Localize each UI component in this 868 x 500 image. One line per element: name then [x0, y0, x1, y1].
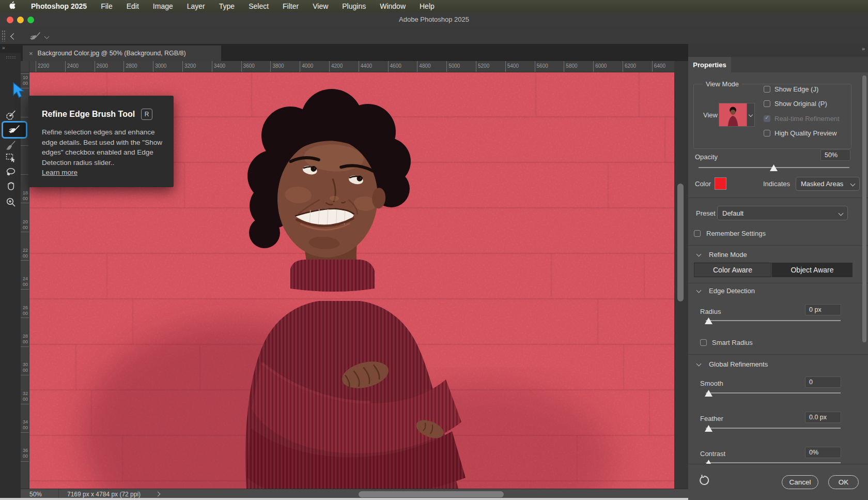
smooth-label: Smooth — [700, 380, 723, 387]
smooth-slider[interactable] — [706, 389, 841, 397]
photoshop-window: Photoshop 2025 File Edit Image Layer Typ… — [0, 0, 868, 500]
title-bar: Adobe Photoshop 2025 — [0, 12, 868, 28]
tool-hand[interactable] — [4, 180, 18, 192]
global-refinements-collapse-icon[interactable] — [696, 361, 702, 367]
menu-image[interactable]: Image — [153, 2, 173, 10]
opacity-slider[interactable] — [699, 164, 849, 171]
ok-button[interactable]: OK — [828, 475, 859, 489]
tool-zoom[interactable] — [4, 196, 18, 208]
divider — [688, 245, 868, 246]
ruler-corner — [21, 61, 29, 72]
back-chevron-icon — [10, 33, 17, 40]
divider — [688, 283, 868, 283]
canvas-horizontal-scrollbar[interactable] — [359, 491, 504, 497]
apple-menu-icon[interactable] — [8, 1, 16, 11]
show-edge-label: Show Edge (J) — [774, 85, 818, 93]
collapse-panel-button[interactable]: » — [0, 44, 21, 53]
indicates-label: Indicates — [763, 180, 790, 188]
zoom-level[interactable]: 50% — [29, 491, 42, 498]
feather-slider[interactable] — [706, 425, 841, 432]
menu-plugins[interactable]: Plugins — [342, 2, 366, 10]
menu-bar: Photoshop 2025 File Edit Image Layer Typ… — [0, 0, 868, 12]
realtime-refinement-label: Real-time Refinement — [774, 115, 840, 123]
panel-header: » — [688, 44, 868, 57]
panel-scrollbar[interactable] — [862, 75, 866, 342]
remember-settings-label: Remember Settings — [706, 230, 766, 237]
radius-label: Radius — [700, 308, 721, 315]
radius-slider[interactable] — [706, 317, 841, 324]
cancel-button[interactable]: Cancel — [782, 475, 818, 489]
options-bar-grip — [2, 30, 6, 41]
options-bar: 365 0° Sample All Layers Select Subject … — [0, 27, 868, 44]
edge-detection-collapse-icon[interactable] — [696, 288, 702, 293]
color-label: Color — [695, 180, 711, 188]
close-tab-icon[interactable]: × — [29, 50, 33, 57]
panel-footer: Cancel OK — [688, 464, 868, 500]
divider — [688, 198, 868, 198]
chevron-down-icon — [850, 181, 856, 187]
refine-edge-tooltip: Refine Edge Brush Tool R Refine selectio… — [28, 96, 174, 187]
tab-properties[interactable]: Properties — [688, 57, 731, 72]
view-thumbnail-picker[interactable] — [719, 103, 755, 127]
remember-settings-checkbox[interactable] — [694, 230, 701, 237]
high-quality-preview-checkbox[interactable] — [764, 130, 770, 137]
smart-radius-label: Smart Radius — [712, 339, 753, 346]
menu-edit[interactable]: Edit — [127, 2, 139, 10]
show-original-label: Show Original (P) — [774, 100, 827, 108]
status-chevron-icon[interactable] — [156, 492, 161, 497]
preset-dropdown[interactable]: Default — [717, 206, 848, 220]
horizontal-ruler: 22002400 26002800 30003200 34003600 3800… — [29, 61, 674, 72]
properties-panel: » Properties View Mode View Show Edge (J… — [688, 44, 868, 500]
panel-collapse-icon[interactable]: » — [862, 46, 865, 52]
menu-layer[interactable]: Layer — [187, 2, 205, 10]
tool-lasso[interactable] — [4, 166, 18, 178]
view-thumbnail-image — [719, 103, 747, 126]
learn-more-link[interactable]: Learn more — [42, 169, 78, 176]
back-button[interactable] — [9, 32, 18, 40]
canvas-vertical-scrollbar[interactable] — [677, 184, 684, 301]
tooltip-title: Refine Edge Brush Tool — [42, 110, 135, 119]
refine-mode-collapse-icon[interactable] — [696, 252, 702, 257]
view-label: View — [703, 111, 718, 119]
indicates-dropdown[interactable]: Masked Areas — [796, 177, 860, 191]
contrast-label: Contrast — [700, 450, 725, 458]
tool-quick-selection[interactable] — [4, 109, 18, 122]
tool-rail: » — [0, 44, 21, 500]
tool-rail-grip — [6, 56, 16, 59]
document-tab[interactable]: × Background Color.jpg @ 50% (Background… — [23, 46, 221, 61]
smart-radius-checkbox[interactable] — [700, 339, 707, 346]
tool-brush[interactable] — [4, 139, 18, 151]
tooltip-body: Refine selection edges and enhance edge … — [42, 128, 162, 166]
menu-type[interactable]: Type — [219, 2, 235, 10]
realtime-refinement-checkbox[interactable] — [764, 115, 770, 122]
color-aware-button[interactable]: Color Aware — [694, 263, 771, 277]
tool-refine-edge-brush[interactable] — [2, 121, 27, 139]
show-original-checkbox[interactable] — [764, 100, 770, 107]
radius-value[interactable]: 0 px — [805, 304, 841, 315]
object-aware-button[interactable]: Object Aware — [772, 263, 853, 277]
reset-button[interactable] — [699, 475, 711, 487]
shortcut-key-badge: R — [141, 109, 152, 120]
opacity-value[interactable]: 50% — [820, 149, 850, 161]
menu-window[interactable]: Window — [380, 2, 406, 10]
contrast-value[interactable]: 0% — [805, 447, 841, 458]
opacity-label: Opacity — [695, 153, 718, 161]
tool-preset-chevron-icon — [44, 34, 49, 39]
menu-file[interactable]: File — [101, 2, 113, 10]
feather-value[interactable]: 0.0 px — [805, 412, 841, 423]
smooth-value[interactable]: 0 — [805, 376, 841, 388]
overlay-color-swatch[interactable] — [715, 177, 726, 190]
window-title: Adobe Photoshop 2025 — [0, 16, 868, 23]
document-tab-title: Background Color.jpg @ 50% (Background, … — [38, 50, 186, 57]
menu-view[interactable]: View — [313, 2, 328, 10]
view-mode-label: View Mode — [703, 80, 742, 88]
refine-edge-brush-preset-icon[interactable] — [28, 31, 49, 42]
menu-help[interactable]: Help — [420, 2, 435, 10]
global-refinements-label: Global Refinements — [709, 360, 768, 368]
tool-object-selection[interactable] — [4, 151, 18, 164]
menu-filter[interactable]: Filter — [283, 2, 299, 10]
menu-app-name[interactable]: Photoshop 2025 — [31, 2, 87, 10]
reset-icon — [699, 475, 710, 486]
menu-select[interactable]: Select — [249, 2, 269, 10]
show-edge-checkbox[interactable] — [764, 86, 770, 93]
